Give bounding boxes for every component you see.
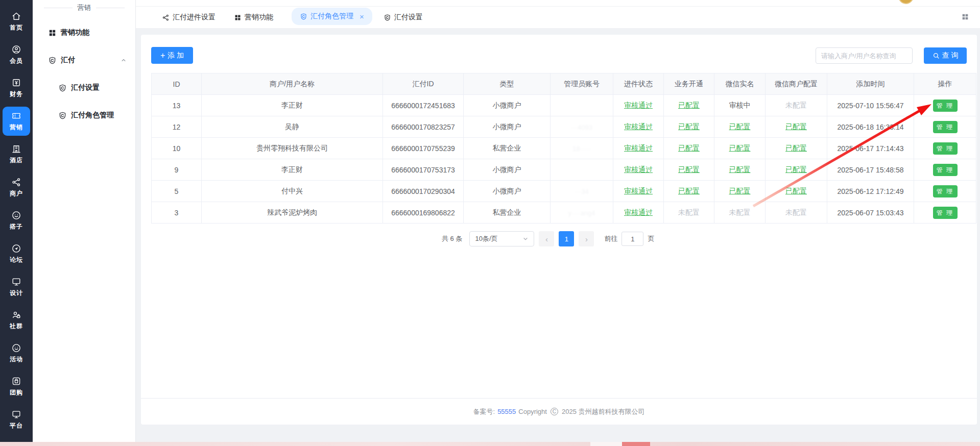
admin-account-cell: ···34 (551, 181, 613, 202)
copyright-icon: C (551, 408, 558, 415)
bottom-strip-red-segment (622, 442, 650, 446)
shield-icon (384, 14, 391, 21)
next-page-button[interactable]: › (579, 231, 594, 246)
redaction-smudge (556, 118, 607, 135)
sidebar-item-design[interactable]: 设计 (0, 270, 33, 304)
share-nodes-icon (162, 14, 170, 21)
status-link[interactable]: 审核通过 (624, 187, 653, 195)
status-link[interactable]: 审核通过 (624, 165, 653, 174)
manage-button[interactable]: 管 理 (933, 207, 958, 219)
manage-button[interactable]: 管 理 (933, 185, 958, 197)
status-link[interactable]: 已配置 (678, 144, 700, 152)
current-page-button[interactable]: 1 (559, 231, 574, 246)
sidebar-item-marketing[interactable]: 营销 (0, 105, 33, 138)
menu-group-huifu[interactable]: 汇付 (33, 50, 135, 70)
status-link[interactable]: 已配置 (678, 187, 700, 195)
sidebar-item-label: 酒店 (10, 156, 23, 165)
status-link[interactable]: 已配置 (729, 122, 751, 131)
tab-huifu-settings[interactable]: 汇付设置 (384, 13, 423, 22)
table-row: 9 李正财 6666000170753173 小微商户 审核通过 已配置 已配置… (152, 159, 976, 181)
secondary-sidebar: 营销 营销功能 汇付 汇付设置 汇付角色管理 (33, 0, 136, 446)
status-link[interactable]: 已配置 (678, 165, 700, 174)
status-text: 未配置 (678, 208, 700, 216)
goto-page-input[interactable] (622, 232, 643, 246)
status-link[interactable]: 审核通过 (624, 144, 653, 152)
tab-huifu-onboarding-settings[interactable]: 汇付进件设置 (162, 13, 216, 22)
plus-icon: + (160, 51, 165, 60)
tab-label: 汇付角色管理 (310, 12, 353, 21)
status-text: 审核中 (729, 101, 751, 109)
status-link[interactable]: 已配置 (785, 122, 807, 131)
copyright-label: Copyright (518, 408, 547, 415)
status-link[interactable]: 审核通过 (624, 122, 653, 131)
share-nodes-icon (11, 177, 21, 187)
tab-label: 汇付进件设置 (173, 13, 216, 22)
bottom-strip-light-segment (590, 442, 622, 446)
member-icon (11, 44, 21, 55)
manage-button[interactable]: 管 理 (933, 100, 958, 112)
prev-page-button[interactable]: ‹ (539, 231, 554, 246)
tab-label: 营销功能 (245, 13, 273, 22)
chevron-up-icon (120, 57, 127, 64)
sidebar-item-platform[interactable]: 平台 (0, 403, 33, 436)
menu-item-marketing-functions[interactable]: 营销功能 (33, 22, 135, 43)
col-business: 业务开通 (664, 73, 714, 95)
status-link[interactable]: 已配置 (729, 187, 751, 195)
sidebar-item-activity[interactable]: 活动 (0, 337, 33, 370)
primary-sidebar: 首页 会员 财务 营销 酒店 商户 搭子 论坛 (0, 0, 33, 446)
menu-item-label: 汇付角色管理 (71, 111, 114, 120)
sidebar-item-members[interactable]: 会员 (0, 38, 33, 71)
admin-page: 首页 会员 财务 营销 酒店 商户 搭子 论坛 (0, 0, 980, 446)
sidebar-item-home[interactable]: 首页 (0, 5, 33, 38)
sidebar-item-label: 商户 (10, 189, 23, 198)
menu-item-label: 汇付设置 (71, 83, 100, 92)
menu-item-huifu-settings[interactable]: 汇付设置 (33, 78, 135, 98)
sidebar-item-forum[interactable]: 论坛 (0, 237, 33, 270)
search-icon (933, 52, 940, 59)
status-link[interactable]: 已配置 (678, 122, 700, 131)
sidebar-item-dazi[interactable]: 搭子 (0, 204, 33, 237)
status-link[interactable]: 已配置 (729, 144, 751, 152)
tab-huifu-role-management[interactable]: 汇付角色管理 × (292, 8, 372, 25)
beian-number-link[interactable]: 55555 (497, 408, 516, 415)
layout-grid-toggle-icon[interactable] (961, 13, 969, 21)
shield-icon (58, 111, 67, 120)
admin-account-cell: 18····· (551, 138, 613, 159)
sidebar-item-label: 设计 (10, 289, 23, 298)
grid-icon (48, 29, 57, 37)
bottom-strip (0, 442, 980, 446)
status-link[interactable]: 已配置 (785, 144, 807, 152)
status-link[interactable]: 审核通过 (624, 101, 653, 109)
page-size-select[interactable]: 10条/页 (469, 231, 534, 246)
manage-button[interactable]: 管 理 (933, 121, 958, 133)
query-button[interactable]: 查 询 (924, 47, 967, 64)
search-input[interactable] (816, 47, 913, 64)
smiley-icon (11, 210, 21, 220)
menu-item-label: 汇付 (61, 56, 75, 65)
manage-button[interactable]: 管 理 (933, 142, 958, 155)
status-link[interactable]: 已配置 (678, 101, 700, 109)
col-actions: 操作 (914, 73, 976, 95)
close-icon[interactable]: × (360, 12, 364, 21)
menu-item-huifu-role-management[interactable]: 汇付角色管理 (33, 105, 135, 126)
sidebar-item-groupbuy[interactable]: 团购 (0, 370, 33, 403)
status-link[interactable]: 审核通过 (624, 208, 653, 216)
send-icon (11, 243, 21, 254)
manage-button[interactable]: 管 理 (933, 164, 958, 176)
sidebar-item-label: 会员 (10, 57, 23, 65)
tab-marketing-functions[interactable]: 营销功能 (234, 13, 273, 22)
status-link[interactable]: 已配置 (785, 187, 807, 195)
sidebar-item-merchant[interactable]: 商户 (0, 171, 33, 204)
col-time: 添加时间 (827, 73, 914, 95)
status-link[interactable]: 已配置 (729, 165, 751, 174)
sidebar-item-finance[interactable]: 财务 (0, 71, 33, 105)
sidebar-item-hotel[interactable]: 酒店 (0, 138, 33, 171)
redaction-smudge (556, 183, 607, 199)
sidebar-item-label: 首页 (10, 23, 23, 32)
status-text: 未配置 (785, 208, 807, 216)
status-link[interactable]: 已配置 (785, 165, 807, 174)
add-button[interactable]: + 添 加 (151, 47, 193, 64)
sidebar-item-community[interactable]: 社群 (0, 304, 33, 337)
col-wechat-mch: 微信商户配置 (766, 73, 827, 95)
admin-account-cell: y····ang4 (551, 202, 613, 224)
